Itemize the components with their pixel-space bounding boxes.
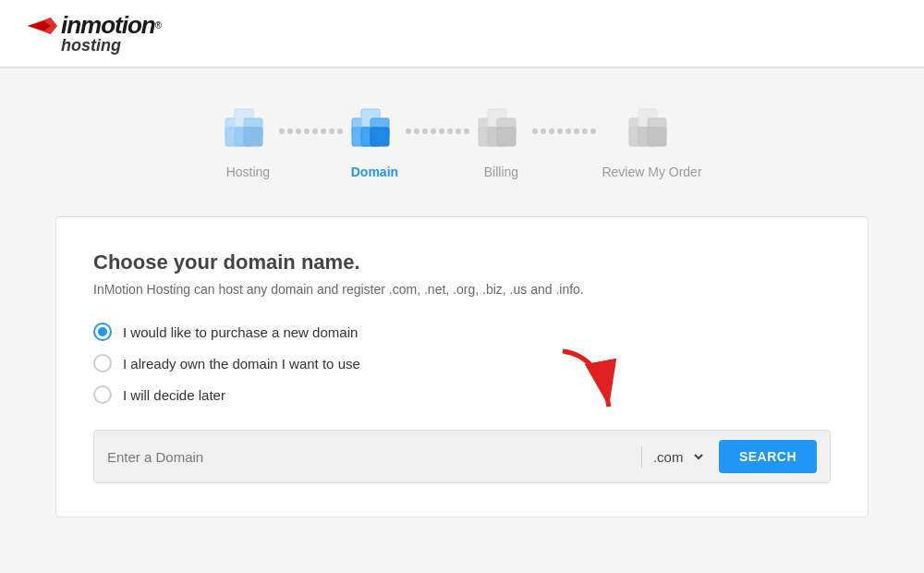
content-box: Choose your domain name. InMotion Hostin… — [55, 216, 869, 518]
svg-rect-7 — [244, 128, 262, 146]
dots-2-3 — [406, 128, 469, 134]
logo: inmotion® hosting — [28, 11, 162, 55]
dot — [321, 128, 326, 134]
dot — [565, 128, 571, 134]
dot — [312, 128, 318, 134]
domain-cube-icon — [348, 105, 400, 157]
step-billing[interactable]: Billing — [475, 105, 527, 179]
annotation-arrow-icon — [544, 347, 627, 421]
radio-new-domain-circle — [93, 323, 112, 341]
radio-own-domain-label: I already own the domain I want to use — [123, 356, 360, 372]
step-wizard: Hosting Domain — [55, 105, 869, 179]
dot — [574, 128, 579, 134]
hosting-step-label: Hosting — [226, 165, 270, 179]
radio-new-domain[interactable]: I would like to purchase a new domain — [93, 323, 831, 341]
dots-1-2 — [279, 128, 343, 134]
dot — [304, 128, 310, 134]
dot — [532, 128, 538, 134]
billing-step-label: Billing — [484, 165, 518, 179]
review-step-label: Review My Order — [602, 165, 701, 179]
tld-select[interactable]: .com .net .org .biz .us .info — [641, 446, 706, 468]
svg-rect-13 — [371, 128, 389, 146]
domain-input[interactable] — [107, 447, 632, 467]
svg-rect-19 — [497, 128, 516, 146]
dot — [590, 128, 596, 134]
radio-decide-later[interactable]: I will decide later — [93, 385, 831, 404]
dot — [431, 128, 436, 134]
search-button[interactable]: SEARCH — [719, 440, 817, 473]
radio-own-domain-circle — [93, 354, 112, 372]
dot — [549, 128, 554, 134]
page-subtitle: InMotion Hosting can host any domain and… — [93, 282, 831, 297]
main-content: Hosting Domain — [0, 68, 924, 555]
step-hosting[interactable]: Hosting — [222, 105, 274, 179]
radio-own-domain[interactable]: I already own the domain I want to use — [93, 354, 831, 372]
domain-search-bar: .com .net .org .biz .us .info SEARCH — [93, 430, 831, 483]
dot — [337, 128, 343, 134]
dots-3-4 — [532, 128, 596, 134]
billing-cube-icon — [475, 105, 527, 157]
hosting-cube-icon — [222, 105, 274, 157]
dot — [406, 128, 411, 134]
dot — [557, 128, 563, 134]
dot — [279, 128, 285, 134]
domain-step-label: Domain — [351, 165, 398, 179]
radio-decide-later-circle — [93, 385, 112, 404]
logo-registered-icon: ® — [155, 20, 162, 30]
dot — [422, 128, 428, 134]
dot — [329, 128, 334, 134]
dot — [439, 128, 444, 134]
dot — [414, 128, 419, 134]
logo-arrow-icon — [28, 18, 57, 34]
radio-new-domain-label: I would like to purchase a new domain — [123, 324, 358, 340]
svg-rect-25 — [648, 128, 666, 146]
dot — [456, 128, 461, 134]
step-domain[interactable]: Domain — [348, 105, 400, 179]
dot — [582, 128, 588, 134]
logo-hosting-text: hosting — [61, 36, 121, 55]
page-title: Choose your domain name. — [93, 250, 831, 274]
header: inmotion® hosting — [0, 0, 924, 68]
radio-decide-later-label: I will decide later — [123, 387, 225, 403]
review-cube-icon — [626, 105, 677, 157]
domain-option-group: I would like to purchase a new domain I … — [93, 323, 831, 404]
dot — [296, 128, 301, 134]
dot — [541, 128, 546, 134]
dot — [287, 128, 293, 134]
step-review[interactable]: Review My Order — [602, 105, 701, 179]
dot — [447, 128, 453, 134]
dot — [464, 128, 469, 134]
